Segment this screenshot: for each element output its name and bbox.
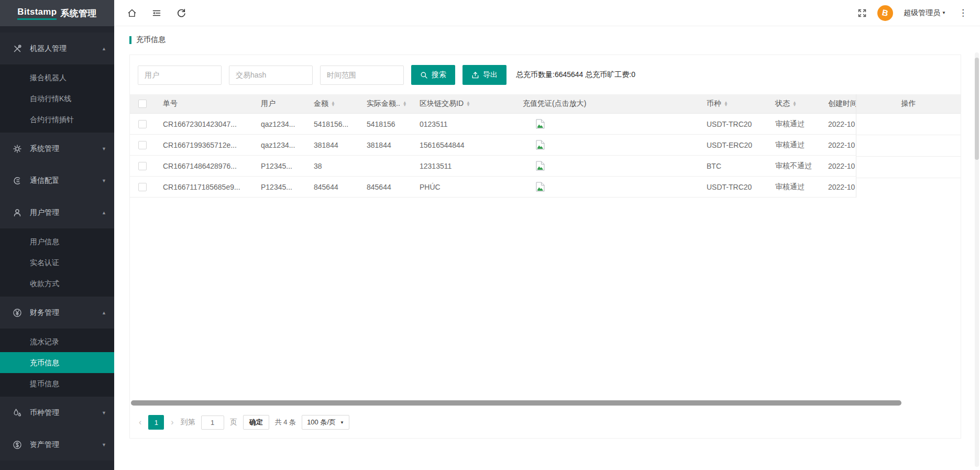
col-header-checkbox [130,94,155,113]
sidebar-group-机器人管理[interactable]: 机器人管理 ▲ [0,32,114,64]
sidebar-group-label: 系统管理 [30,144,59,154]
user-icon [13,208,22,217]
cell-user: qaz1234... [253,120,306,128]
sidebar-item-合约行情插针[interactable]: 合约行情插针 [0,109,114,130]
deposit-proof-thumbnail[interactable] [515,161,699,171]
confirm-page-button[interactable]: 确定 [243,415,269,430]
sidebar-item-提币信息[interactable]: 提币信息 [0,373,114,394]
sort-icon[interactable]: ▲▼ [466,101,470,107]
sort-icon[interactable]: ▲▼ [403,101,407,107]
time-range-input[interactable] [320,65,404,85]
operation-cell [856,157,961,178]
horizontal-scrollbar [131,400,960,406]
sidebar-item-充币信息[interactable]: 充币信息 [0,352,114,373]
sidebar-group-财务管理[interactable]: 财务管理 ▲ [0,297,114,329]
sidebar-item-流水记录[interactable]: 流水记录 [0,331,114,352]
row-checkbox[interactable] [138,162,147,170]
cell-amount: 381844 [306,141,359,149]
sidebar-item-撮合机器人[interactable]: 撮合机器人 [0,67,114,88]
sidebar-group-通信配置[interactable]: 通信配置 ▼ [0,165,114,196]
cell-amount: 38 [306,162,359,170]
sort-icon[interactable]: ▲▼ [792,101,797,107]
operation-cell [856,135,961,157]
broken-image-icon [536,161,699,171]
user-filter-input[interactable] [138,65,222,85]
sidebar-group-label: 机器人管理 [30,44,67,53]
kebab-menu-icon[interactable]: ⋮ [956,7,967,18]
page-size-select[interactable]: 100 条/页 ▼ [302,415,349,430]
broken-image-icon [536,119,699,129]
cell-tx_id: 12313511 [412,162,515,170]
avatar[interactable]: B [877,5,893,21]
chevron-icon: ▼ [102,442,106,447]
vertical-scrollbar-thumb[interactable] [975,58,979,160]
col-header-amount[interactable]: 金额▲▼ [306,94,359,113]
next-page-button[interactable]: › [170,418,174,427]
sidebar-group-资产管理[interactable]: 资产管理 ▼ [0,429,114,461]
sort-icon[interactable]: ▲▼ [331,101,335,107]
collapse-menu-icon[interactable] [151,8,162,18]
fullscreen-icon[interactable] [857,8,867,18]
horizontal-scrollbar-thumb[interactable] [131,400,901,406]
table-header-row: 单号用户金额▲▼实际金额..▲▼区块链交易ID▲▼充值凭证(点击放大)币种▲▼状… [130,94,961,114]
deposit-proof-thumbnail[interactable] [515,140,699,150]
brand-suffix: 系统管理 [60,7,96,19]
row-checkbox[interactable] [138,183,147,191]
col-header-status[interactable]: 状态▲▼ [767,94,820,113]
app-logo: Bitstamp 系统管理 [0,0,114,26]
deposit-proof-thumbnail[interactable] [515,182,699,192]
row-checkbox[interactable] [138,120,147,128]
goto-label: 到第 [181,418,195,427]
col-header-coin[interactable]: 币种▲▼ [699,94,767,113]
table-row: CR1667117185685e9...P12345...84564484564… [130,177,961,198]
sidebar-group-系统管理[interactable]: 系统管理 ▼ [0,133,114,165]
table-body: CR16672301423047...qaz1234...5418156...5… [130,114,961,198]
sort-icon[interactable]: ▲▼ [724,101,728,107]
col-header-actual_amount[interactable]: 实际金额..▲▼ [359,94,412,113]
sidebar-item-用户信息[interactable]: 用户信息 [0,231,114,252]
table-row: CR1667199365712e...qaz1234...38184438184… [130,135,961,156]
content-card: 搜索 导出 总充币数量:6645644 总充币旷工费:0 单号用户金额▲▼实际金… [129,54,961,439]
user-menu[interactable]: 超级管理员 ▼ [904,8,946,18]
total-count: 共 4 条 [275,418,296,427]
prev-page-button[interactable]: ‹ [138,418,142,427]
cell-amount: 845644 [306,183,359,191]
cell-actual_amount: 845644 [359,183,412,191]
brand-name: Bitstamp [17,7,57,20]
export-button[interactable]: 导出 [463,65,506,85]
cell-actual_amount: 381844 [359,141,412,149]
page-label: 页 [230,418,237,427]
cell-order_no: CR1667117185685e9... [155,183,253,191]
user-name: 超级管理员 [904,8,940,18]
select-all-checkbox[interactable] [138,100,147,108]
sidebar-group-label: 资产管理 [30,440,59,450]
col-header-tx_id[interactable]: 区块链交易ID▲▼ [412,94,515,113]
sidebar-item-自动行情K线[interactable]: 自动行情K线 [0,88,114,109]
row-checkbox[interactable] [138,141,147,149]
broken-image-icon [536,182,699,192]
refresh-icon[interactable] [176,8,186,18]
deposit-proof-thumbnail[interactable] [515,119,699,129]
chevron-down-icon: ▼ [942,10,946,15]
cell-status: 审核通过 [767,119,820,129]
cell-order_no: CR16671486428976... [155,162,253,170]
col-header-user: 用户 [253,94,306,113]
sidebar-group-用户管理[interactable]: 用户管理 ▲ [0,196,114,228]
search-button[interactable]: 搜索 [411,65,455,85]
broken-image-icon [536,140,699,150]
goto-page-input[interactable] [201,416,224,430]
sidebar-item-收款方式[interactable]: 收款方式 [0,273,114,294]
chevron-icon: ▼ [102,146,106,151]
page-number-button[interactable]: 1 [148,415,164,430]
totals-summary: 总充币数量:6645644 总充币旷工费:0 [516,70,635,80]
page-title: 充币信息 [114,26,980,49]
cell-status: 审核通过 [767,140,820,150]
cell-status: 审核通过 [767,182,820,192]
cell-coin: USDT-TRC20 [699,120,767,128]
sidebar-item-实名认证[interactable]: 实名认证 [0,252,114,273]
home-icon[interactable] [127,8,137,18]
hash-filter-input[interactable] [229,65,313,85]
filter-bar: 搜索 导出 总充币数量:6645644 总充币旷工费:0 [130,55,961,94]
cell-tx_id: 0123511 [412,120,515,128]
sidebar-group-币种管理[interactable]: 币种管理 ▼ [0,397,114,429]
